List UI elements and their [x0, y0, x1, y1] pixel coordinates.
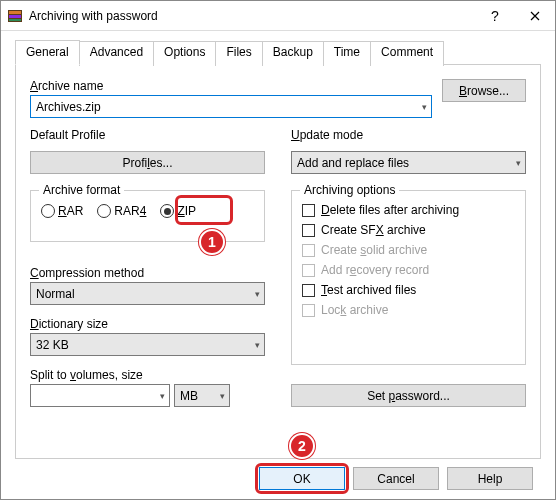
- tab-backup[interactable]: Backup: [262, 41, 324, 66]
- dictionary-select[interactable]: 32 KB ▾: [30, 333, 265, 356]
- archive-name-input[interactable]: Archives.zip ▾: [30, 95, 432, 118]
- chevron-down-icon[interactable]: ▾: [160, 391, 165, 401]
- compression-label: Compression method: [30, 266, 265, 280]
- radio-rar4[interactable]: RAR4: [97, 204, 146, 218]
- archive-name-label: Archive name: [30, 79, 432, 93]
- split-unit-value: MB: [180, 389, 198, 403]
- chevron-down-icon[interactable]: ▾: [255, 289, 260, 299]
- app-icon: [7, 8, 23, 24]
- chevron-down-icon[interactable]: ▾: [255, 340, 260, 350]
- profiles-button[interactable]: Profiles...: [30, 151, 265, 174]
- radio-rar[interactable]: RAR: [41, 204, 83, 218]
- close-button[interactable]: [515, 1, 555, 30]
- dictionary-value: 32 KB: [36, 338, 69, 352]
- check-lock: Lock archive: [302, 303, 515, 317]
- dictionary-label: Dictionary size: [30, 317, 265, 331]
- check-solid: Create solid archive: [302, 243, 515, 257]
- check-sfx[interactable]: Create SFX archive: [302, 223, 515, 237]
- dialog-buttons: OK 2 Cancel Help: [1, 467, 555, 490]
- svg-rect-2: [9, 15, 21, 18]
- ok-button[interactable]: OK: [259, 467, 345, 490]
- tab-time[interactable]: Time: [323, 41, 371, 66]
- dialog-window: Archiving with password ? General Advanc…: [0, 0, 556, 500]
- svg-rect-1: [9, 11, 21, 14]
- tab-options[interactable]: Options: [153, 41, 216, 66]
- cancel-button[interactable]: Cancel: [353, 467, 439, 490]
- split-unit-select[interactable]: MB ▾: [174, 384, 230, 407]
- help-footer-button[interactable]: Help: [447, 467, 533, 490]
- titlebar: Archiving with password ?: [1, 1, 555, 31]
- chevron-down-icon[interactable]: ▾: [516, 158, 521, 168]
- archive-format-group: Archive format RAR RAR4 ZIP 1: [30, 190, 265, 242]
- radio-zip[interactable]: ZIP: [160, 204, 196, 218]
- tab-general[interactable]: General: [15, 40, 80, 65]
- tab-advanced[interactable]: Advanced: [79, 41, 154, 66]
- archiving-options-group: Archiving options Delete files after arc…: [291, 190, 526, 365]
- split-label: Split to volumes, size: [30, 368, 265, 382]
- compression-value: Normal: [36, 287, 75, 301]
- tab-bar: General Advanced Options Files Backup Ti…: [1, 31, 555, 64]
- split-size-input[interactable]: ▾: [30, 384, 170, 407]
- svg-rect-3: [9, 19, 21, 21]
- set-password-button[interactable]: Set password...: [291, 384, 526, 407]
- default-profile-label: Default Profile: [30, 128, 265, 142]
- archive-name-text: Archives.zip: [36, 100, 101, 114]
- tab-files[interactable]: Files: [215, 41, 262, 66]
- help-button[interactable]: ?: [475, 1, 515, 30]
- browse-button[interactable]: Browse...: [442, 79, 526, 102]
- check-delete-after[interactable]: Delete files after archiving: [302, 203, 515, 217]
- update-mode-select[interactable]: Add and replace files ▾: [291, 151, 526, 174]
- archive-format-label: Archive format: [39, 183, 124, 197]
- chevron-down-icon[interactable]: ▾: [220, 391, 225, 401]
- window-title: Archiving with password: [29, 9, 475, 23]
- check-recovery: Add recovery record: [302, 263, 515, 277]
- check-test[interactable]: Test archived files: [302, 283, 515, 297]
- tab-panel: Archive name Archives.zip ▾ Browse... De…: [15, 64, 541, 459]
- archiving-options-label: Archiving options: [300, 183, 399, 197]
- update-mode-label: Update mode: [291, 128, 526, 142]
- tab-comment[interactable]: Comment: [370, 41, 444, 66]
- compression-select[interactable]: Normal ▾: [30, 282, 265, 305]
- update-mode-value: Add and replace files: [297, 156, 409, 170]
- chevron-down-icon[interactable]: ▾: [422, 102, 427, 112]
